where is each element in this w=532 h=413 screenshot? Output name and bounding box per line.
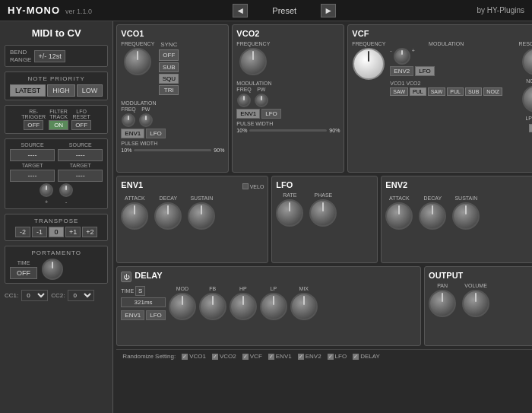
- env1-sustain-col: SUSTAIN: [188, 195, 215, 230]
- vcf-pul-button[interactable]: PUL: [410, 87, 426, 96]
- delay-fb-knob[interactable]: [199, 293, 226, 320]
- vco2-pw-max: 90%: [329, 128, 340, 133]
- priority-latest-button[interactable]: LATEST: [10, 84, 46, 97]
- rand-env2-label: ENV2: [306, 353, 321, 360]
- vcf-env2-button[interactable]: ENV2: [390, 66, 413, 76]
- delay-lfo-button[interactable]: LFO: [146, 310, 166, 320]
- vco1-sub-button[interactable]: SUB: [159, 62, 179, 72]
- output-volume-knob[interactable]: [462, 290, 489, 317]
- filter-track-button[interactable]: ON: [49, 120, 68, 130]
- lfo-panel: LFO RATE PHASE: [271, 176, 378, 263]
- preset-next-button[interactable]: ►: [321, 4, 336, 17]
- env1-decay-knob[interactable]: [154, 202, 182, 230]
- rand-env1[interactable]: ✓ ENV1: [268, 353, 292, 360]
- vcf-saw2-button[interactable]: SAW: [428, 87, 446, 96]
- vcf-resonance-col: RESONANCE: [507, 41, 532, 75]
- rand-lfo-checkbox[interactable]: ✓: [328, 354, 334, 360]
- rand-vcf-label: VCF: [250, 353, 262, 360]
- output-pan-label: PAN: [437, 283, 448, 288]
- env2-attack-knob[interactable]: [385, 202, 413, 230]
- mod-knob2[interactable]: [59, 183, 73, 197]
- vcf-resonance-knob[interactable]: [522, 48, 532, 75]
- rand-vco1[interactable]: ✓ VCO1: [182, 353, 206, 360]
- vcf-frequency-knob[interactable]: [353, 48, 385, 80]
- transpose-minus1[interactable]: -1: [32, 227, 47, 237]
- rand-vco2[interactable]: ✓ VCO2: [212, 353, 236, 360]
- vcf-saw-button[interactable]: SAW: [390, 87, 408, 96]
- lfo-phase-knob[interactable]: [309, 199, 337, 227]
- env1-sustain-knob[interactable]: [188, 202, 215, 230]
- cc1-select[interactable]: 0: [21, 290, 48, 301]
- lfo-phase-col: PHASE: [309, 192, 337, 227]
- source2-select[interactable]: ----: [58, 149, 103, 161]
- transpose-plus2[interactable]: +2: [82, 227, 97, 237]
- vco2-lfo-button[interactable]: LFO: [261, 109, 281, 119]
- delay-mix-knob[interactable]: [290, 293, 318, 320]
- vcf-sub-button[interactable]: SUB: [465, 87, 482, 96]
- vco2-pw-slider[interactable]: [249, 129, 327, 132]
- delay-hp-knob[interactable]: [230, 293, 257, 320]
- rand-delay-checkbox[interactable]: ✓: [353, 354, 359, 360]
- retrigger-button[interactable]: OFF: [24, 120, 43, 130]
- vco1-sync-button[interactable]: OFF: [159, 49, 179, 61]
- vcf-noiz-button[interactable]: NOIZ: [483, 87, 502, 96]
- vcf-notch-knob[interactable]: [522, 85, 532, 113]
- rand-env2[interactable]: ✓ ENV2: [298, 353, 321, 360]
- vco1-freq-knob[interactable]: [122, 113, 135, 127]
- priority-buttons: LATEST HIGH LOW: [10, 84, 103, 97]
- vco1-lfo-button[interactable]: LFO: [146, 129, 166, 138]
- priority-low-button[interactable]: LOW: [77, 84, 103, 97]
- delay-mod-knob[interactable]: [169, 293, 196, 320]
- rand-vcf[interactable]: ✓ VCF: [242, 353, 262, 360]
- env1-velo-checkbox[interactable]: [242, 183, 249, 189]
- vco2-frequency-knob[interactable]: [239, 48, 267, 75]
- vco1-title: VCO1: [121, 29, 224, 38]
- vcf-frequency-label: FREQUENCY: [352, 41, 385, 46]
- source1-select[interactable]: ----: [10, 149, 55, 161]
- vco1-env1-button[interactable]: ENV1: [121, 129, 144, 138]
- vco1-pw-knob[interactable]: [139, 113, 153, 127]
- delay-s-button[interactable]: S: [135, 286, 145, 296]
- rand-vcf-checkbox[interactable]: ✓: [242, 354, 249, 360]
- mod-knob1[interactable]: [40, 183, 53, 197]
- lfo-reset-button[interactable]: OFF: [71, 120, 91, 130]
- vcf-modulation-knob[interactable]: [394, 48, 410, 65]
- rand-env2-checkbox[interactable]: ✓: [298, 354, 304, 360]
- bend-range-select[interactable]: +/- 12st: [34, 50, 65, 62]
- env1-attack-knob[interactable]: [121, 202, 148, 230]
- vco2-freq-knob[interactable]: [237, 94, 251, 107]
- vco1-frequency-knob[interactable]: [124, 48, 151, 75]
- lfo-rate-knob[interactable]: [276, 199, 303, 227]
- delay-lp-knob[interactable]: [260, 293, 287, 320]
- rand-delay[interactable]: ✓ DELAY: [353, 353, 380, 360]
- env2-decay-knob[interactable]: [419, 202, 446, 230]
- rand-vco1-checkbox[interactable]: ✓: [182, 354, 188, 360]
- transpose-0[interactable]: 0: [49, 227, 64, 237]
- target2-select[interactable]: ----: [58, 170, 103, 182]
- delay-time-value[interactable]: 321ms: [121, 297, 165, 307]
- portamento-off-button[interactable]: OFF: [10, 267, 37, 279]
- output-pan-knob[interactable]: [429, 290, 456, 317]
- cc2-select[interactable]: 0: [68, 290, 94, 301]
- delay-env1-button[interactable]: ENV1: [121, 310, 144, 320]
- rand-vco2-checkbox[interactable]: ✓: [212, 354, 218, 360]
- transpose-label: TRANSPOSE: [10, 218, 103, 224]
- vco2-env1-button[interactable]: ENV1: [236, 109, 260, 119]
- vcf-pul2-button[interactable]: PUL: [447, 87, 464, 96]
- vco1-squ-button[interactable]: SQU: [159, 74, 179, 84]
- preset-prev-button[interactable]: ◄: [233, 4, 248, 17]
- delay-power-button[interactable]: ⏻: [121, 272, 131, 282]
- transpose-plus1[interactable]: +1: [65, 227, 81, 237]
- portamento-knob[interactable]: [42, 259, 63, 280]
- transpose-minus2[interactable]: -2: [15, 227, 30, 237]
- target1-select[interactable]: ----: [10, 170, 55, 182]
- rand-lfo[interactable]: ✓ LFO: [328, 353, 347, 360]
- env2-sustain-knob[interactable]: [452, 202, 480, 230]
- vco2-pw-knob[interactable]: [255, 94, 268, 107]
- rand-env1-checkbox[interactable]: ✓: [268, 354, 274, 360]
- vco1-pw-slider[interactable]: [134, 149, 211, 151]
- vco1-tri-button[interactable]: TRI: [159, 85, 179, 95]
- priority-high-button[interactable]: HIGH: [47, 84, 75, 97]
- vcf-bp-button[interactable]: BP: [529, 124, 532, 132]
- vcf-lfo-button[interactable]: LFO: [415, 66, 435, 76]
